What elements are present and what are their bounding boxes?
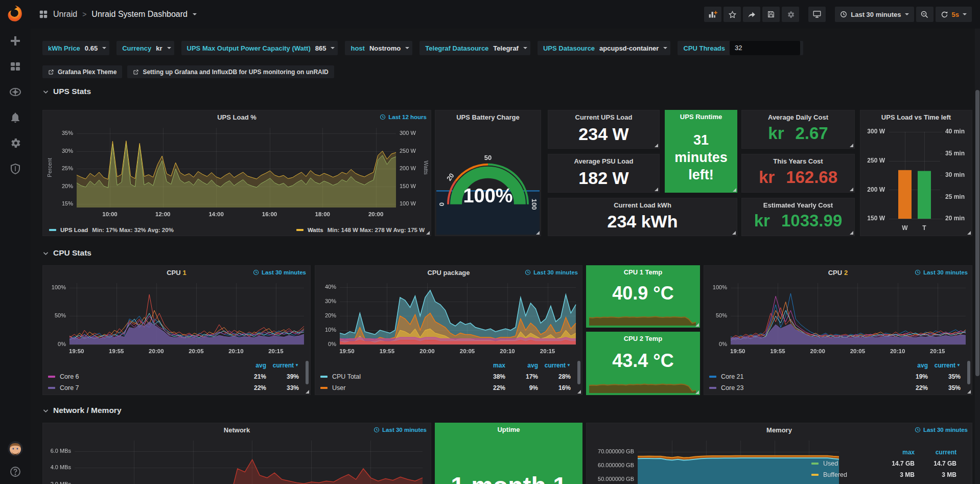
variable-currency[interactable]: Currencykr — [116, 41, 174, 55]
dashboard-link-1[interactable]: Setting up Grafana and InfluxDB for UPS … — [127, 65, 334, 78]
legend-series[interactable]: WattsMin: 148 W Max: 278 W Avg: 175 W — [296, 227, 425, 233]
share-button[interactable] — [743, 7, 760, 22]
legend-series-name[interactable]: Core 23 — [709, 384, 895, 391]
create-plus-icon[interactable] — [9, 35, 21, 47]
star-button[interactable] — [724, 7, 741, 22]
legend-series[interactable]: UPS LoadMin: 17% Max: 32% Avg: 20% — [49, 227, 174, 233]
variable-value[interactable]: Telegraf — [493, 44, 519, 52]
external-link-icon — [133, 69, 139, 75]
page-scrollbar-thumb[interactable] — [975, 90, 979, 376]
legend-column-avg[interactable]: avg — [234, 362, 266, 369]
sort-caret-icon: ▼ — [295, 363, 299, 367]
memory-chart-canvas[interactable] — [589, 436, 844, 484]
dashboard-title[interactable]: Unraid System Dashboard — [91, 10, 188, 19]
apps-grid-icon[interactable] — [39, 10, 48, 19]
page-scrollbar[interactable] — [975, 29, 980, 484]
legend-column-max[interactable]: max — [873, 449, 915, 456]
legend-series-name[interactable]: User — [320, 384, 473, 391]
variable-value[interactable]: 0.65 — [85, 44, 98, 52]
panel-title[interactable]: This Years Cost — [742, 154, 854, 168]
add-panel-button[interactable] — [704, 7, 721, 22]
cpu1-chart-canvas[interactable] — [45, 279, 309, 357]
legend-scrollbar[interactable] — [967, 361, 970, 384]
panel-title[interactable]: UPS Load vs Time left — [860, 110, 972, 124]
ups-load-chart-canvas[interactable] — [45, 124, 429, 220]
server-admin-shield-icon[interactable] — [9, 163, 21, 175]
legend-scrollbar[interactable] — [577, 361, 580, 384]
legend-column-current[interactable]: current — [915, 449, 956, 456]
network-chart-canvas[interactable] — [45, 436, 430, 484]
panel-title[interactable]: Network — [43, 423, 431, 436]
variable-value[interactable]: 865 — [315, 44, 326, 52]
variable-value[interactable]: Nostromo — [369, 44, 401, 52]
cpu2-chart-canvas[interactable] — [706, 279, 971, 357]
section-ups-stats[interactable]: UPS Stats — [42, 87, 91, 96]
save-button[interactable] — [762, 7, 780, 22]
breadcrumb-separator: > — [82, 10, 86, 18]
legend-column-current[interactable]: current▼ — [928, 362, 961, 369]
legend-series-name[interactable]: Core 7 — [48, 384, 234, 391]
breadcrumb-app[interactable]: Unraid — [53, 10, 77, 19]
panel-title[interactable]: Estimated Yearly Cost — [742, 198, 854, 212]
legend-column-avg[interactable]: avg — [895, 362, 928, 369]
legend-series-name[interactable]: Core 21 — [709, 373, 895, 380]
legend-header: maxavgcurrent▼ — [320, 360, 578, 371]
variable-telegraf-datasource[interactable]: Telegraf DatasourceTelegraf — [419, 41, 530, 55]
time-range-picker[interactable]: Last 30 minutes — [835, 7, 914, 22]
panel-time-range[interactable]: Last 30 minutes — [374, 427, 427, 433]
variable-host[interactable]: hostNostromo — [345, 41, 412, 55]
panel-title[interactable]: Average PSU Load — [548, 154, 659, 168]
section-network-memory[interactable]: Network / Memory — [42, 406, 122, 415]
variable-ups-max-output-power-capacity-watt-[interactable]: UPS Max Output Power Capacity (Watt)865 — [181, 41, 338, 55]
panel-title[interactable]: Memory — [587, 423, 972, 436]
section-cpu-stats[interactable]: CPU Stats — [42, 248, 91, 258]
panel-time-range[interactable]: Last 30 minutes — [525, 269, 578, 275]
dashboard-link-0[interactable]: Grafana Plex Theme — [42, 65, 122, 78]
legend-column-max[interactable]: max — [473, 362, 505, 369]
dashboard-settings-button[interactable] — [782, 7, 799, 22]
refresh-picker[interactable]: 5s — [936, 7, 972, 22]
caret-down-icon[interactable] — [193, 13, 197, 17]
variable-value[interactable]: kr — [156, 44, 162, 52]
legend-column-current[interactable]: current▼ — [538, 362, 571, 369]
panel-time-range[interactable]: Last 30 minutes — [915, 427, 968, 433]
zoom-out-button[interactable] — [916, 7, 934, 22]
legend-column-current[interactable]: current▼ — [266, 362, 299, 369]
legend-series-name[interactable]: Core 6 — [48, 373, 234, 380]
panel-title[interactable]: Current Load kWh — [548, 198, 737, 212]
cpu-package-chart-canvas[interactable] — [317, 279, 581, 357]
grafana-logo[interactable] — [6, 4, 25, 24]
panel-title[interactable]: CPU 2 Temp — [586, 332, 700, 345]
tv-mode-button[interactable] — [808, 7, 826, 22]
panel-title[interactable]: Average Daily Cost — [742, 110, 854, 124]
configuration-gear-icon[interactable] — [9, 137, 21, 149]
alerting-bell-icon[interactable] — [9, 111, 21, 124]
caret-down-icon — [167, 47, 171, 51]
help-icon[interactable] — [9, 466, 21, 478]
legend-series-row: Core 2322%35% — [709, 382, 968, 394]
panel-title[interactable]: UPS Runtime — [665, 110, 737, 123]
panel-title[interactable]: Current UPS Load — [548, 110, 659, 124]
panel-time-range[interactable]: Last 12 hours — [380, 114, 427, 120]
battery-gauge-canvas[interactable] — [435, 124, 541, 236]
ups-bar-chart-canvas[interactable] — [860, 124, 972, 235]
variable-kwh-price[interactable]: kWh Price0.65 — [42, 41, 109, 55]
legend-series-name[interactable]: CPU Total — [320, 373, 473, 380]
legend-series-name[interactable]: Buffered — [811, 471, 873, 478]
panel-title[interactable]: Uptime — [435, 423, 582, 436]
variable-value[interactable]: apcupsd-container — [599, 44, 659, 52]
explore-compass-icon[interactable] — [9, 86, 21, 98]
dashboards-icon[interactable] — [9, 60, 21, 73]
legend-column-avg[interactable]: avg — [505, 362, 538, 369]
panel-time-range[interactable]: Last 30 minutes — [915, 269, 968, 275]
legend-scrollbar[interactable] — [306, 361, 309, 384]
variable-input[interactable]: 32 — [730, 41, 800, 55]
panel-title[interactable]: CPU 1 Temp — [586, 265, 700, 279]
legend-series-name[interactable]: Used — [811, 460, 873, 467]
variable-cpu-threads[interactable]: CPU Threads32 — [678, 41, 803, 55]
panel-title[interactable]: UPS Load % — [43, 110, 431, 124]
user-avatar[interactable] — [8, 441, 23, 456]
variable-ups-datasource[interactable]: UPS Datasourceapcupsd-container — [538, 41, 670, 55]
panel-time-range[interactable]: Last 30 minutes — [253, 269, 306, 275]
panel-title[interactable]: UPS Battery Charge — [435, 110, 541, 124]
